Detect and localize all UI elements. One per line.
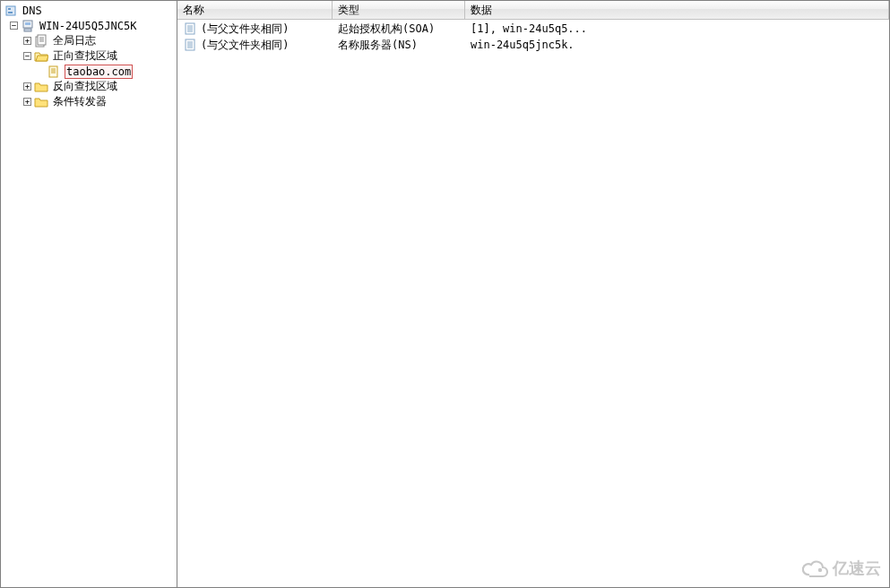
cell-type: 起始授权机构(SOA) [333,22,465,37]
tree-forward-zone[interactable]: − 正向查找区域 [1,48,177,64]
cell-name-text: (与父文件夹相同) [201,38,289,53]
tree-zone-taobao-label: taobao.com [65,65,133,79]
expand-icon[interactable]: + [23,82,31,91]
col-type[interactable]: 类型 [333,1,465,20]
svg-rect-11 [49,66,57,77]
folder-icon [34,80,48,94]
list-row[interactable]: (与父文件夹相同) 起始授权机构(SOA) [1], win-24u5q5... [177,21,889,37]
record-icon [183,22,197,36]
dns-icon [4,4,18,18]
cell-name-text: (与父文件夹相同) [201,22,289,37]
tree-root-dns[interactable]: DNS [1,3,177,18]
svg-rect-0 [6,6,15,15]
list-row[interactable]: (与父文件夹相同) 名称服务器(NS) win-24u5q5jnc5k. [177,37,889,53]
cell-name: (与父文件夹相同) [177,22,333,37]
cell-type: 名称服务器(NS) [333,38,465,53]
tree-global-log[interactable]: + 全局日志 [1,33,177,48]
tree-forward-zone-label: 正向查找区域 [51,48,119,65]
window: DNS − WIN-24U5Q5JNC5K + [0,0,890,588]
tree-zone-taobao[interactable]: taobao.com [1,64,177,79]
list-panel: 名称 类型 数据 (与父文件夹相同) [177,1,889,587]
svg-rect-1 [8,8,11,10]
tree-server[interactable]: − WIN-24U5Q5JNC5K [1,18,177,33]
list-body[interactable]: (与父文件夹相同) 起始授权机构(SOA) [1], win-24u5q5... [177,20,889,587]
svg-rect-2 [8,12,13,13]
tree-cond-forwarders[interactable]: + 条件转发器 [1,94,177,109]
collapse-icon[interactable]: − [23,52,31,60]
cell-data: win-24u5q5jnc5k. [465,39,580,51]
folder-icon [34,95,48,109]
cell-data: [1], win-24u5q5... [465,22,592,35]
collapse-icon[interactable]: − [10,22,18,30]
tree-root-label: DNS [21,4,44,18]
expand-icon[interactable]: + [23,37,31,45]
list-header: 名称 类型 数据 [177,1,889,20]
folder-open-icon [34,49,48,64]
col-name[interactable]: 名称 [177,1,333,20]
tree-panel[interactable]: DNS − WIN-24U5Q5JNC5K + [1,1,177,587]
svg-rect-5 [25,22,30,25]
cell-name: (与父文件夹相同) [177,38,333,53]
svg-rect-20 [186,39,194,50]
tree-reverse-zone[interactable]: + 反向查找区域 [1,79,177,94]
log-icon [34,34,48,48]
record-icon [183,38,197,52]
col-data[interactable]: 数据 [465,1,889,20]
zone-icon [48,65,62,79]
svg-rect-4 [24,29,31,31]
tree-cond-forwarders-label: 条件转发器 [51,93,108,110]
svg-rect-15 [186,23,194,34]
tree-server-label: WIN-24U5Q5JNC5K [38,19,138,33]
expand-icon[interactable]: + [23,98,31,106]
server-icon [21,19,35,33]
